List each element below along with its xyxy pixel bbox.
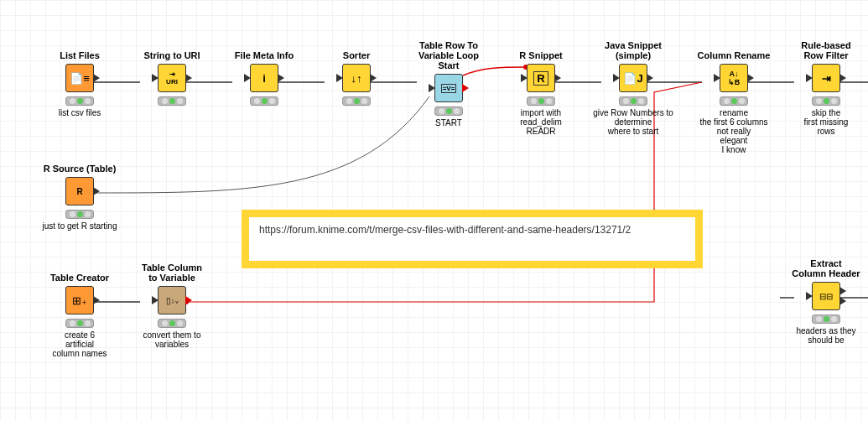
node-loop-start[interactable]: Table Row To Variable Loop Start =V= STA…: [407, 40, 491, 127]
node-title: Table Row To Variable Loop Start: [407, 40, 491, 70]
col-var-icon: ▯↓ᵥ: [166, 296, 179, 305]
rename-icon: A↓↳B: [728, 70, 741, 86]
status-light: [527, 96, 555, 106]
annotation-box[interactable]: https://forum.knime.com/t/merge-csv-file…: [242, 210, 703, 268]
status-light: [158, 319, 186, 328]
node-column-rename[interactable]: Column Rename A↓↳B rename the first 6 co…: [692, 50, 776, 154]
node-title: List Files: [38, 50, 122, 60]
node-icon: ⊞₊: [65, 286, 94, 314]
status-light: [619, 96, 647, 106]
workflow-canvas[interactable]: List Files 📄≡ list csv files String to U…: [0, 0, 868, 421]
node-table-creator[interactable]: Table Creator ⊞₊ create 6 artificial col…: [38, 273, 122, 358]
node-title: Table Column to Variable: [130, 262, 214, 283]
node-icon: i: [250, 64, 278, 92]
filter-icon: ⇥: [822, 72, 831, 85]
table-create-icon: ⊞₊: [72, 294, 87, 307]
node-icon: A↓↳B: [720, 64, 748, 92]
status-light: [65, 210, 94, 219]
extract-header-icon: ⊟⊟: [819, 292, 833, 301]
node-icon: ⇥: [812, 64, 840, 92]
node-list-files[interactable]: List Files 📄≡ list csv files: [38, 50, 122, 117]
node-caption: import with read_delim READR: [499, 108, 583, 136]
status-light: [65, 96, 94, 106]
node-title: Sorter: [314, 50, 398, 60]
uri-icon: ⇥URI: [166, 70, 178, 86]
loop-var-icon: =V=: [441, 84, 457, 93]
node-title: R Snippet: [499, 50, 583, 60]
status-light: [65, 319, 94, 328]
node-java-snippet[interactable]: Java Snippet (simple) 📄J give Row Number…: [591, 40, 675, 136]
node-caption: START: [407, 118, 491, 127]
node-icon: ⊟⊟: [812, 282, 840, 310]
r-source-icon: R: [76, 187, 82, 196]
node-icon: R: [65, 177, 94, 205]
status-light: [250, 96, 278, 106]
node-r-snippet[interactable]: R Snippet R import with read_delim READR: [499, 50, 583, 136]
node-sorter[interactable]: Sorter ↓↑: [314, 50, 398, 108]
node-row-filter[interactable]: Rule-based Row Filter ⇥ skip the first m…: [784, 40, 868, 136]
sort-icon: ↓↑: [351, 72, 362, 85]
node-icon: ▯↓ᵥ: [158, 286, 186, 314]
node-caption: create 6 artificial column names: [38, 330, 122, 358]
doc-list-icon: 📄≡: [70, 72, 90, 85]
node-icon: 📄J: [619, 64, 647, 92]
status-light: [812, 314, 840, 324]
node-extract-header[interactable]: Extract Column Header ⊟⊟ headers as they…: [784, 258, 868, 345]
node-caption: list csv files: [38, 108, 122, 117]
node-caption: convert them to variables: [130, 330, 214, 349]
node-title: Column Rename: [692, 50, 776, 60]
node-title: Java Snippet (simple): [591, 40, 675, 60]
annotation-text: https://forum.knime.com/t/merge-csv-file…: [259, 224, 631, 236]
node-caption: rename the first 6 columns not really el…: [692, 108, 776, 154]
node-icon: =V=: [434, 74, 463, 102]
node-icon: R: [527, 64, 555, 92]
node-title: Table Creator: [38, 273, 122, 283]
node-caption: give Row Numbers to determine where to s…: [591, 108, 675, 136]
status-light: [434, 107, 463, 116]
node-title: File Meta Info: [222, 50, 306, 60]
node-title: R Source (Table): [38, 164, 122, 174]
node-caption: headers as they should be: [784, 326, 868, 345]
status-light: [342, 96, 371, 106]
status-light: [812, 96, 840, 106]
node-caption: just to get R starting: [38, 221, 122, 231]
node-icon: 📄≡: [65, 64, 94, 92]
node-string-to-uri[interactable]: String to URI ⇥URI: [130, 50, 214, 108]
status-light: [158, 96, 186, 106]
node-r-source[interactable]: R Source (Table) R just to get R startin…: [38, 164, 122, 231]
java-icon: 📄J: [623, 72, 642, 85]
node-icon: ⇥URI: [158, 64, 186, 92]
r-icon: R: [533, 71, 548, 86]
node-icon: ↓↑: [342, 64, 371, 92]
node-caption: skip the first missing rows: [784, 108, 868, 136]
node-title: String to URI: [130, 50, 214, 60]
node-title: Extract Column Header: [784, 258, 868, 278]
status-light: [720, 96, 748, 106]
node-title: Rule-based Row Filter: [784, 40, 868, 60]
info-icon: i: [262, 72, 266, 85]
node-file-meta[interactable]: File Meta Info i: [222, 50, 306, 108]
node-col-to-var[interactable]: Table Column to Variable ▯↓ᵥ convert the…: [130, 262, 214, 349]
